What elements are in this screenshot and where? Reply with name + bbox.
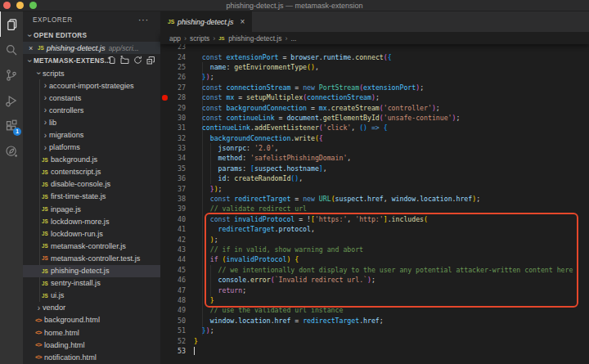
close-icon[interactable]: ×: [29, 44, 38, 52]
tree-item-lockdown-run.js[interactable]: JSlockdown-run.js: [23, 227, 160, 240]
tree-item-lockdown-more.js[interactable]: JSlockdown-more.js: [23, 215, 160, 227]
line-number[interactable]: 42: [160, 235, 186, 245]
code-area[interactable]: 2324 const extensionPort = browser.runti…: [160, 42, 589, 356]
tab-phishing-detect[interactable]: JS phishing-detect.js ×: [160, 11, 252, 32]
line-number[interactable]: 32: [160, 133, 186, 143]
code-line-37[interactable]: 37 });: [160, 184, 589, 194]
code-line-40[interactable]: 40 const invalidProtocol = !['https:', '…: [160, 214, 589, 224]
breadcrumb-scripts[interactable]: scripts: [190, 34, 209, 43]
run-and-debug-icon[interactable]: [0, 88, 23, 113]
source-control-icon[interactable]: [0, 62, 23, 88]
window-minimize-icon[interactable]: [16, 2, 24, 9]
line-number[interactable]: 40: [160, 214, 186, 224]
code-line-46[interactable]: 46 console.error(`Invalid redirect url.`…: [160, 275, 589, 285]
tree-item-account-import-strategies[interactable]: ›account-import-strategies: [23, 79, 160, 92]
tree-item-first-time-state.js[interactable]: JSfirst-time-state.js: [23, 191, 160, 203]
code-line-38[interactable]: 38 const redirectTarget = new URL(suspec…: [160, 194, 589, 204]
code-line-48[interactable]: 48 }: [160, 295, 589, 305]
tree-item-disable-console.js[interactable]: JSdisable-console.js: [23, 178, 160, 191]
breadcrumb-app[interactable]: app: [169, 34, 181, 43]
line-number[interactable]: 49: [160, 305, 186, 315]
line-number[interactable]: 38: [160, 194, 186, 204]
breadcrumb-file[interactable]: phishing-detect.js: [228, 34, 281, 43]
tree-item-background.html[interactable]: <>background.html: [23, 314, 160, 326]
tree-item-platforms[interactable]: ›platforms: [23, 142, 160, 154]
code-line-32[interactable]: 32 backgroundConnection.write({: [160, 133, 589, 143]
tree-item-sentry-install.js[interactable]: JSsentry-install.js: [23, 277, 160, 290]
code-line-26[interactable]: 26 });: [160, 72, 589, 82]
line-number[interactable]: 53: [160, 346, 186, 356]
tree-item-loading.html[interactable]: <>loading.html: [23, 339, 160, 351]
tree-item-metamask-controller.js[interactable]: JSmetamask-controller.js: [23, 240, 160, 252]
window-zoom-icon[interactable]: [29, 2, 37, 9]
line-number[interactable]: 46: [160, 275, 186, 285]
code-line-43[interactable]: 43 // if in valid, show warning and abor…: [160, 245, 589, 254]
tree-item-contentscript.js[interactable]: JScontentscript.js: [23, 166, 160, 178]
line-number[interactable]: 36: [160, 173, 186, 183]
line-number[interactable]: 27: [160, 83, 186, 92]
code-line-29[interactable]: 29 const backgroundConnection = mx.creat…: [160, 103, 589, 113]
code-line-39[interactable]: 39 // validate redirect url: [160, 204, 589, 213]
line-number[interactable]: 33: [160, 143, 186, 153]
new-folder-icon[interactable]: [120, 56, 129, 65]
breakpoint-icon[interactable]: [162, 95, 168, 101]
code-line-31[interactable]: 31 continueLink.addEventListener('click'…: [160, 123, 589, 133]
open-editor-item[interactable]: × JS phishing-detect.js app/scri...: [23, 42, 160, 54]
code-line-25[interactable]: 25 name: getEnvironmentType(),: [160, 62, 589, 72]
tree-item-inpage.js[interactable]: JSinpage.js: [23, 203, 160, 215]
line-number[interactable]: 24: [160, 52, 186, 62]
line-number[interactable]: 26: [160, 72, 186, 82]
code-line-27[interactable]: 27 const connectionStream = new PortStre…: [160, 83, 589, 92]
tree-item-ui.js[interactable]: JSui.js: [23, 290, 160, 302]
more-actions-icon[interactable]: ···: [138, 11, 149, 29]
line-number[interactable]: 25: [160, 62, 186, 72]
code-line-28[interactable]: 28 const mx = setupMultiplex(connectionS…: [160, 92, 589, 102]
breadcrumb-more[interactable]: ...: [290, 34, 296, 43]
line-number[interactable]: 50: [160, 316, 186, 326]
code-line-50[interactable]: 50 window.location.href = redirectTarget…: [160, 316, 589, 326]
tree-item-controllers[interactable]: ›controllers: [23, 104, 160, 116]
extension-plugin-icon[interactable]: [0, 138, 23, 164]
code-line-41[interactable]: 41 redirectTarget.protocol,: [160, 224, 589, 234]
tree-item-phishing-detect.js[interactable]: JSphishing-detect.js: [23, 265, 160, 277]
line-number[interactable]: 37: [160, 184, 186, 194]
code-line-49[interactable]: 49 // use the validated url instance: [160, 305, 589, 315]
refresh-explorer-icon[interactable]: [133, 56, 142, 65]
code-line-36[interactable]: 36 id: createRandomId(),: [160, 173, 589, 183]
line-number[interactable]: 44: [160, 254, 186, 264]
line-number[interactable]: 41: [160, 224, 186, 234]
line-number[interactable]: 31: [160, 123, 186, 133]
line-number[interactable]: 29: [160, 103, 186, 113]
line-number[interactable]: 35: [160, 164, 186, 173]
line-number[interactable]: 52: [160, 336, 186, 346]
tree-item-home.html[interactable]: <>home.html: [23, 326, 160, 339]
extensions-icon[interactable]: 1: [0, 113, 23, 138]
tree-item-background.js[interactable]: JSbackground.js: [23, 154, 160, 166]
code-line-33[interactable]: 33 jsonrpc: '2.0',: [160, 143, 589, 153]
line-number[interactable]: 47: [160, 285, 186, 295]
line-number[interactable]: 43: [160, 245, 186, 254]
window-close-icon[interactable]: [3, 2, 11, 9]
explorer-icon[interactable]: [0, 11, 23, 37]
line-number[interactable]: 51: [160, 326, 186, 335]
tree-item-metamask-controller.test.js[interactable]: JSmetamask-controller.test.js: [23, 252, 160, 264]
project-section-header[interactable]: › METAMASK-EXTENS...: [23, 54, 160, 67]
line-number[interactable]: 30: [160, 113, 186, 123]
code-line-42[interactable]: 42 );: [160, 235, 589, 245]
code-line-53[interactable]: 53: [160, 346, 589, 356]
line-number[interactable]: 45: [160, 265, 186, 275]
tree-item-migrations[interactable]: ›migrations: [23, 128, 160, 141]
code-line-24[interactable]: 24 const extensionPort = browser.runtime…: [160, 52, 589, 62]
close-icon[interactable]: ×: [240, 17, 245, 26]
line-number[interactable]: 39: [160, 204, 186, 213]
line-number[interactable]: 34: [160, 153, 186, 163]
tree-item-vendor[interactable]: ›vendor: [23, 302, 160, 314]
search-icon[interactable]: [0, 37, 23, 62]
tree-item-lib[interactable]: ›lib: [23, 116, 160, 128]
code-line-30[interactable]: 30 const continueLink = document.getElem…: [160, 113, 589, 123]
line-number[interactable]: 48: [160, 295, 186, 305]
code-line-47[interactable]: 47 return;: [160, 285, 589, 295]
tree-item-constants[interactable]: ›constants: [23, 92, 160, 104]
tree-item-scripts[interactable]: ›scripts: [23, 67, 160, 79]
collapse-folders-icon[interactable]: [146, 56, 155, 65]
